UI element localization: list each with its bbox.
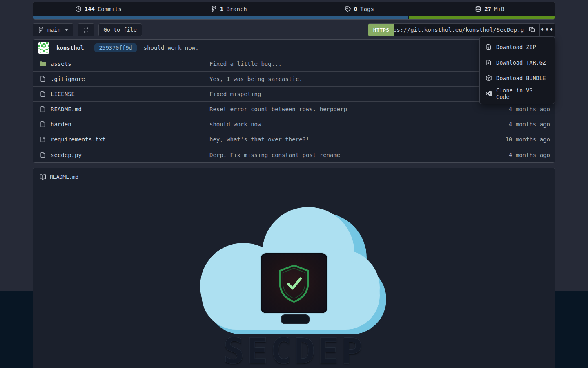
file-cell: LICENSE	[33, 91, 209, 97]
menu-item-label: Download TAR.GZ	[496, 59, 546, 66]
secdep-wordmark: SECDEP	[200, 334, 388, 367]
menu-item-download-zip[interactable]: Download ZIP	[480, 39, 555, 55]
file-cell: harden	[33, 121, 209, 128]
stat-commits[interactable]: 144 Commits	[33, 2, 164, 16]
file-age: 4 months ago	[486, 106, 555, 112]
file-table: konsthol 259370ff9d should work now. ass…	[33, 39, 555, 163]
file-name[interactable]: LICENSE	[51, 91, 75, 97]
go-to-file-button[interactable]: Go to file	[98, 23, 142, 36]
menu-item-label: Clone in VS Code	[496, 87, 549, 100]
file-cell: requirements.txt	[33, 136, 209, 143]
chevron-down-icon	[65, 29, 68, 31]
table-row: README.md Reset error count between rows…	[33, 102, 555, 117]
branch-icon	[211, 6, 217, 12]
compare-button[interactable]	[78, 23, 94, 36]
book-icon	[40, 174, 46, 180]
clone-url-value: ps://git.konsthol.eu/konsthol/SecDep.git	[394, 27, 524, 33]
file-commit-message[interactable]: Fixed mispeling	[209, 91, 486, 97]
commit-author[interactable]: konsthol	[56, 45, 84, 51]
file-name[interactable]: harden	[51, 121, 71, 128]
avatar[interactable]	[38, 42, 49, 54]
language-bar	[33, 16, 555, 20]
stat-size[interactable]: 27 MiB	[425, 2, 555, 16]
language-segment-2[interactable]	[409, 16, 555, 20]
file-icon	[40, 91, 46, 97]
clone-url-input[interactable]: ps://git.konsthol.eu/konsthol/SecDep.git	[394, 24, 524, 36]
kebab-icon: •••	[541, 26, 554, 34]
size-count: 27	[484, 6, 491, 12]
readme-title: README.md	[50, 174, 78, 180]
size-label: MiB	[494, 6, 504, 12]
https-protocol-button[interactable]: HTTPS	[368, 24, 394, 36]
menu-item-label: Download ZIP	[496, 44, 536, 50]
repo-content: 144 Commits 1 Branch 0 Tags 27 MiB	[33, 0, 555, 368]
branch-icon	[38, 27, 44, 33]
file-age: 4 months ago	[486, 121, 555, 128]
shield-check-icon	[276, 263, 312, 304]
commits-count: 144	[85, 6, 95, 12]
copy-url-button[interactable]	[524, 24, 539, 36]
file-cell: README.md	[33, 106, 209, 112]
table-row: harden should work now. 4 months ago	[33, 117, 555, 132]
stat-tags[interactable]: 0 Tags	[294, 2, 425, 16]
file-cell: .gitignore	[33, 76, 209, 82]
file-name[interactable]: README.md	[51, 106, 82, 112]
history-icon	[75, 6, 82, 12]
more-actions-button[interactable]: •••	[539, 24, 555, 36]
branches-label: Branch	[226, 6, 247, 12]
file-commit-message[interactable]: Yes, I was being sarcastic.	[209, 76, 486, 82]
file-icon	[40, 106, 46, 112]
file-commit-message[interactable]: Derp. Fix missing constant post rename	[209, 152, 486, 158]
menu-item-download-targz[interactable]: Download TAR.GZ	[480, 55, 555, 70]
commit-hash-badge[interactable]: 259370ff9d	[94, 43, 136, 52]
clone-panel: HTTPS ps://git.konsthol.eu/konsthol/SecD…	[368, 23, 555, 36]
file-commit-message[interactable]: Fixed a little bug...	[209, 61, 486, 67]
file-commit-message[interactable]: hey, what's that over there?!	[209, 136, 486, 143]
folder-icon	[40, 61, 46, 67]
table-row: .gitignore Yes, I was being sarcastic.	[33, 72, 555, 87]
file-cell: assets	[33, 61, 209, 67]
zip-file-icon	[486, 44, 492, 50]
monitor-graphic	[261, 253, 327, 313]
table-row: requirements.txt hey, what's that over t…	[33, 132, 555, 147]
language-segment-1[interactable]	[33, 16, 408, 20]
menu-item-download-bundle[interactable]: Download BUNDLE	[480, 70, 555, 86]
commits-label: Commits	[98, 6, 122, 12]
latest-commit-row: konsthol 259370ff9d should work now.	[33, 40, 555, 56]
table-row: assets Fixed a little bug...	[33, 56, 555, 72]
file-icon	[40, 152, 46, 158]
tag-icon	[345, 6, 351, 12]
file-name[interactable]: requirements.txt	[51, 136, 106, 143]
file-name[interactable]: assets	[51, 61, 71, 67]
commit-message[interactable]: should work now.	[144, 45, 199, 51]
table-row: LICENSE Fixed mispeling	[33, 87, 555, 102]
repo-stats-row: 144 Commits 1 Branch 0 Tags 27 MiB	[33, 2, 555, 16]
file-cell: secdep.py	[33, 152, 209, 158]
database-icon	[475, 6, 481, 12]
branch-selector[interactable]: main	[33, 23, 74, 36]
monitor-stand-graphic	[281, 314, 310, 324]
stat-branches[interactable]: 1 Branch	[164, 2, 294, 16]
readme-body: SECDEP	[33, 207, 555, 368]
menu-item-clone-vscode[interactable]: Clone in VS Code	[480, 86, 555, 101]
readme-panel: README.md	[33, 168, 555, 368]
zip-file-icon	[486, 59, 492, 66]
vscode-icon	[486, 90, 492, 97]
branches-count: 1	[220, 6, 223, 12]
branch-selector-label: main	[47, 27, 61, 33]
copy-icon	[529, 27, 535, 33]
secdep-logo-image: SECDEP	[200, 207, 388, 368]
menu-item-label: Download BUNDLE	[496, 75, 546, 81]
file-name[interactable]: secdep.py	[51, 152, 82, 158]
file-commit-message[interactable]: should work now.	[209, 121, 486, 128]
repo-toolbar: main Go to file HTTPS ps://git.konsthol.…	[33, 23, 555, 36]
file-name[interactable]: .gitignore	[51, 76, 85, 82]
tags-label: Tags	[360, 6, 374, 12]
https-label: HTTPS	[373, 27, 389, 33]
file-commit-message[interactable]: Reset error count between rows. herpderp	[209, 106, 486, 112]
download-dropdown-menu: Download ZIP Download TAR.GZ Download BU…	[479, 36, 555, 104]
compare-icon	[83, 27, 89, 33]
file-age: 10 months ago	[486, 136, 555, 143]
identicon-image	[38, 42, 49, 54]
go-to-file-label: Go to file	[104, 27, 137, 33]
